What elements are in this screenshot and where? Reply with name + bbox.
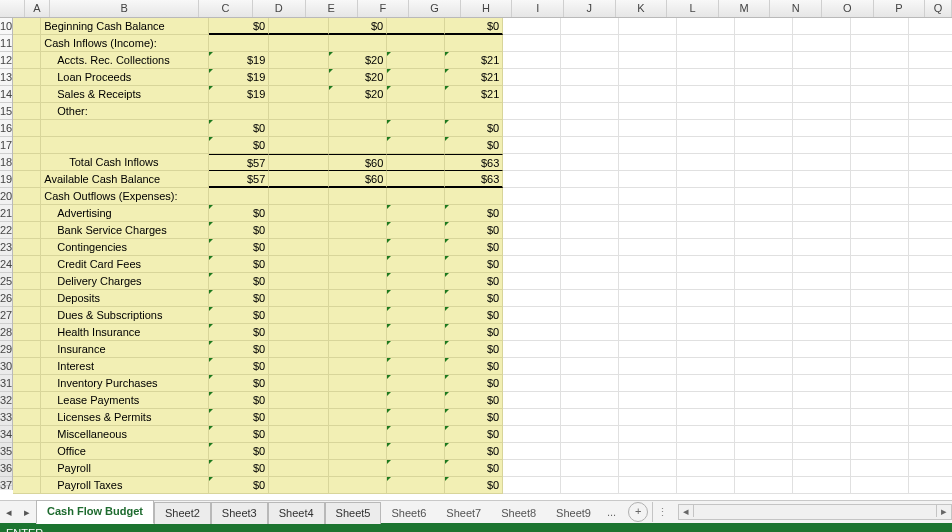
cell-M17[interactable] <box>793 137 851 154</box>
cell-A36[interactable] <box>13 460 41 477</box>
cell-F33[interactable] <box>387 409 445 426</box>
cell-K21[interactable] <box>677 205 735 222</box>
cell-N14[interactable] <box>851 86 909 103</box>
cell-C32[interactable]: $0 <box>209 392 269 409</box>
cell-F26[interactable] <box>387 290 445 307</box>
cell-C25[interactable]: $0 <box>209 273 269 290</box>
cell-C15[interactable] <box>209 103 269 120</box>
cell-A22[interactable] <box>13 222 41 239</box>
cell-K12[interactable] <box>677 52 735 69</box>
cell-M26[interactable] <box>793 290 851 307</box>
cell-J14[interactable] <box>619 86 677 103</box>
cell-D29[interactable] <box>269 341 329 358</box>
row-header-36[interactable]: 36 <box>0 460 12 477</box>
cell-L18[interactable] <box>735 154 793 171</box>
cell-J33[interactable] <box>619 409 677 426</box>
cell-O32[interactable] <box>909 392 952 409</box>
cell-N25[interactable] <box>851 273 909 290</box>
cell-M37[interactable] <box>793 477 851 494</box>
cell-M32[interactable] <box>793 392 851 409</box>
cell-E15[interactable] <box>329 103 387 120</box>
cell-C22[interactable]: $0 <box>209 222 269 239</box>
cell-J28[interactable] <box>619 324 677 341</box>
cell-E24[interactable] <box>329 256 387 273</box>
col-header-N[interactable]: N <box>770 0 822 17</box>
cell-I13[interactable] <box>561 69 619 86</box>
row-header-20[interactable]: 20 <box>0 188 12 205</box>
cell-N17[interactable] <box>851 137 909 154</box>
cell-A34[interactable] <box>13 426 41 443</box>
cell-L14[interactable] <box>735 86 793 103</box>
cell-F30[interactable] <box>387 358 445 375</box>
cell-L32[interactable] <box>735 392 793 409</box>
cell-I21[interactable] <box>561 205 619 222</box>
cell-A14[interactable] <box>13 86 41 103</box>
cell-A12[interactable] <box>13 52 41 69</box>
cell-L24[interactable] <box>735 256 793 273</box>
cell-A30[interactable] <box>13 358 41 375</box>
cell-O21[interactable] <box>909 205 952 222</box>
cell-C12[interactable]: $19 <box>209 52 269 69</box>
cell-M19[interactable] <box>793 171 851 188</box>
cell-K24[interactable] <box>677 256 735 273</box>
col-header-K[interactable]: K <box>616 0 668 17</box>
cell-N23[interactable] <box>851 239 909 256</box>
cell-G15[interactable] <box>445 103 503 120</box>
cell-O19[interactable] <box>909 171 952 188</box>
cell-L21[interactable] <box>735 205 793 222</box>
cell-L30[interactable] <box>735 358 793 375</box>
col-header-M[interactable]: M <box>719 0 771 17</box>
cell-B21[interactable]: Advertising <box>41 205 209 222</box>
cell-F23[interactable] <box>387 239 445 256</box>
cell-K32[interactable] <box>677 392 735 409</box>
cell-J37[interactable] <box>619 477 677 494</box>
cell-I31[interactable] <box>561 375 619 392</box>
cell-O35[interactable] <box>909 443 952 460</box>
cell-F35[interactable] <box>387 443 445 460</box>
cell-F29[interactable] <box>387 341 445 358</box>
cell-G16[interactable]: $0 <box>445 120 503 137</box>
cell-O18[interactable] <box>909 154 952 171</box>
cell-G12[interactable]: $21 <box>445 52 503 69</box>
col-header-B[interactable]: B <box>50 0 199 17</box>
cell-J22[interactable] <box>619 222 677 239</box>
cell-C30[interactable]: $0 <box>209 358 269 375</box>
cell-K31[interactable] <box>677 375 735 392</box>
cell-M34[interactable] <box>793 426 851 443</box>
cell-O20[interactable] <box>909 188 952 205</box>
col-header-F[interactable]: F <box>358 0 410 17</box>
cell-K11[interactable] <box>677 35 735 52</box>
cell-I15[interactable] <box>561 103 619 120</box>
cell-F15[interactable] <box>387 103 445 120</box>
cell-A35[interactable] <box>13 443 41 460</box>
cell-I29[interactable] <box>561 341 619 358</box>
cell-L36[interactable] <box>735 460 793 477</box>
cell-N20[interactable] <box>851 188 909 205</box>
cell-F18[interactable] <box>387 154 445 171</box>
cell-H10[interactable] <box>503 18 561 35</box>
cell-I36[interactable] <box>561 460 619 477</box>
cell-G19[interactable]: $63 <box>445 171 503 188</box>
sheet-tab-sheet2[interactable]: Sheet2 <box>154 502 211 524</box>
cell-D32[interactable] <box>269 392 329 409</box>
cell-F25[interactable] <box>387 273 445 290</box>
cell-K17[interactable] <box>677 137 735 154</box>
sheet-tab-sheet5[interactable]: Sheet5 <box>325 502 382 524</box>
cell-O13[interactable] <box>909 69 952 86</box>
cell-I34[interactable] <box>561 426 619 443</box>
cell-E23[interactable] <box>329 239 387 256</box>
cell-O36[interactable] <box>909 460 952 477</box>
cell-B34[interactable]: Miscellaneous <box>41 426 209 443</box>
scroll-right-button[interactable]: ▸ <box>936 505 951 517</box>
cell-E25[interactable] <box>329 273 387 290</box>
cell-K20[interactable] <box>677 188 735 205</box>
cell-F32[interactable] <box>387 392 445 409</box>
cell-D13[interactable] <box>269 69 329 86</box>
cell-D14[interactable] <box>269 86 329 103</box>
cell-C36[interactable]: $0 <box>209 460 269 477</box>
cell-B20[interactable]: Cash Outflows (Expenses): <box>41 188 209 205</box>
row-header-28[interactable]: 28 <box>0 324 12 341</box>
cell-O24[interactable] <box>909 256 952 273</box>
cell-E33[interactable] <box>329 409 387 426</box>
cell-D21[interactable] <box>269 205 329 222</box>
